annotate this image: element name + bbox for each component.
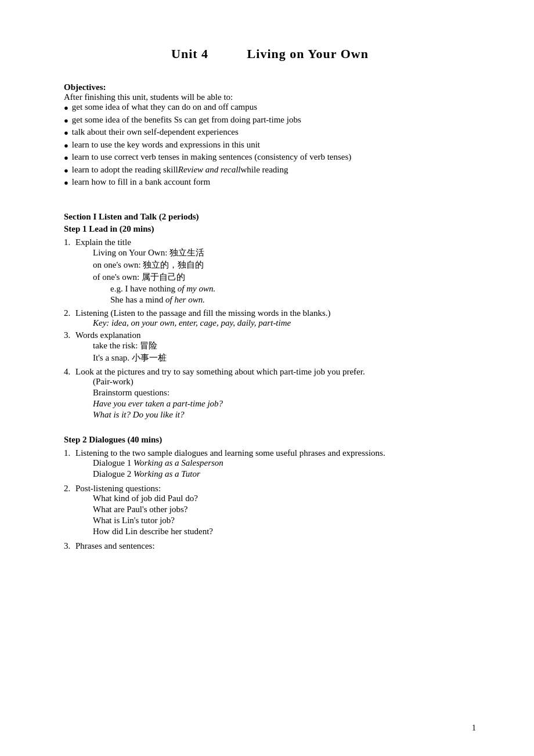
item4-sub: (Pair-work) Brainstorm questions: Have y… (75, 377, 476, 420)
item1-content: Explain the title Living on Your Own: 独立… (75, 237, 476, 306)
step2-heading: Step 2 Dialogues (40 mins) (64, 435, 476, 445)
list-item: learn how to fill in a bank account form (64, 177, 476, 189)
living-on-your-own-label: Living on Your Own (247, 46, 369, 61)
question2: What are Paul's other jobs? (93, 505, 476, 514)
step2-item2: 2. Post-listening questions: What kind o… (64, 484, 476, 538)
list-item: learn to adopt the reading skill Review … (64, 165, 476, 177)
item2-key: Key: idea, on your own, enter, cage, pay… (75, 318, 476, 328)
item2: 2. Listening (Listen to the passage and … (64, 308, 476, 328)
list-item: talk about their own self-dependent expe… (64, 127, 476, 139)
step1-heading: Step 1 Lead in (20 mins) (64, 224, 476, 234)
explain-line-1: Living on Your Own: 独立生活 (93, 247, 476, 258)
objectives-section: Objectives: After finishing this unit, s… (64, 82, 476, 189)
item4-num: 4. (64, 367, 73, 377)
step2-item3-content: Phrases and sentences: (75, 541, 476, 551)
list-item: get some idea of what they can do on and… (64, 102, 476, 114)
list-item: get some idea of the benefits Ss can get… (64, 115, 476, 127)
item1-text: Explain the title (75, 237, 131, 247)
item3: 3. Words explanation take the risk: 冒险 I… (64, 330, 476, 365)
step2-dialogue-lines: Dialogue 1 Working as a Salesperson Dial… (75, 458, 476, 479)
page-title: Unit 4 Living on Your Own (64, 46, 476, 62)
item3-text: Words explanation (75, 330, 141, 340)
explain-line-3: of one's own: 属于自己的 (93, 272, 476, 283)
list-item: learn to use the key words and expressio… (64, 140, 476, 152)
step2-section: Step 2 Dialogues (40 mins) 1. Listening … (64, 435, 476, 551)
question4: How did Lin describe her student? (93, 527, 476, 537)
question3: What is Lin's tutor job? (93, 516, 476, 525)
step2-item3-text: Phrases and sentences: (75, 541, 155, 550)
item4-text: Look at the pictures and try to say some… (75, 367, 365, 376)
step2-item1-num: 1. (64, 448, 73, 458)
item4-sub4: What is it? Do you like it? (93, 410, 476, 420)
item4-sub3: Have you ever taken a part-time job? (93, 399, 476, 409)
question1: What kind of job did Paul do? (93, 494, 476, 503)
item1: 1. Explain the title Living on Your Own:… (64, 237, 476, 306)
bullet6-post: while reading (240, 165, 288, 175)
eg-line-1: e.g. I have nothing of my own. (110, 284, 476, 294)
page: Unit 4 Living on Your Own Objectives: Af… (0, 0, 534, 756)
page-number: 1 (472, 723, 476, 733)
item2-key-pre: Key: (93, 318, 111, 327)
post-questions: What kind of job did Paul do? What are P… (75, 494, 476, 537)
objectives-list: get some idea of what they can do on and… (64, 102, 476, 189)
objectives-intro: After finishing this unit, students will… (64, 92, 233, 102)
dialogue2-line: Dialogue 2 Working as a Tutor (93, 469, 476, 479)
item4-sub2: Brainstorm questions: (93, 388, 476, 398)
item1-num: 1. (64, 237, 73, 247)
step2-item3: 3. Phrases and sentences: (64, 541, 476, 551)
item4-content: Look at the pictures and try to say some… (75, 367, 476, 421)
unit-label: Unit 4 (171, 46, 208, 61)
list-item: learn to use correct verb tenses in maki… (64, 152, 476, 164)
bullet6-pre: learn to adopt the reading skill (72, 165, 178, 175)
item3-line1: take the risk: 冒险 (93, 340, 476, 351)
explain-lines: Living on Your Own: 独立生活 on one's own: 独… (75, 247, 476, 283)
explain-line-2: on one's own: 独立的，独自的 (93, 260, 476, 271)
item3-line2: It's a snap. 小事一桩 (93, 352, 476, 363)
item4-sub1: (Pair-work) (93, 377, 476, 387)
item3-lines: take the risk: 冒险 It's a snap. 小事一桩 (75, 340, 476, 363)
step2-item1-text: Listening to the two sample dialogues an… (75, 448, 385, 458)
step2-item2-content: Post-listening questions: What kind of j… (75, 484, 476, 538)
step2-item1-content: Listening to the two sample dialogues an… (75, 448, 476, 480)
item4: 4. Look at the pictures and try to say s… (64, 367, 476, 421)
step2-item3-num: 3. (64, 541, 73, 551)
eg-line-2: She has a mind of her own. (110, 295, 476, 305)
item2-key-values: idea, on your own, enter, cage, pay, dai… (111, 318, 291, 327)
step2-item1: 1. Listening to the two sample dialogues… (64, 448, 476, 480)
item2-text: Listening (Listen to the passage and fil… (75, 308, 331, 318)
step2-item2-text: Post-listening questions: (75, 484, 161, 493)
step2-item2-num: 2. (64, 484, 73, 494)
dialogue1-line: Dialogue 1 Working as a Salesperson (93, 458, 476, 468)
section1-heading: Section I Listen and Talk (2 periods) (64, 212, 476, 222)
item3-content: Words explanation take the risk: 冒险 It's… (75, 330, 476, 365)
item2-num: 2. (64, 308, 73, 318)
section1: Section I Listen and Talk (2 periods) St… (64, 212, 476, 421)
bullet6-italic: Review and recall (178, 165, 241, 175)
eg-lines: e.g. I have nothing of my own. She has a… (75, 284, 476, 305)
item3-num: 3. (64, 330, 73, 340)
objectives-label: Objectives: (64, 82, 106, 92)
item2-content: Listening (Listen to the passage and fil… (75, 308, 476, 328)
